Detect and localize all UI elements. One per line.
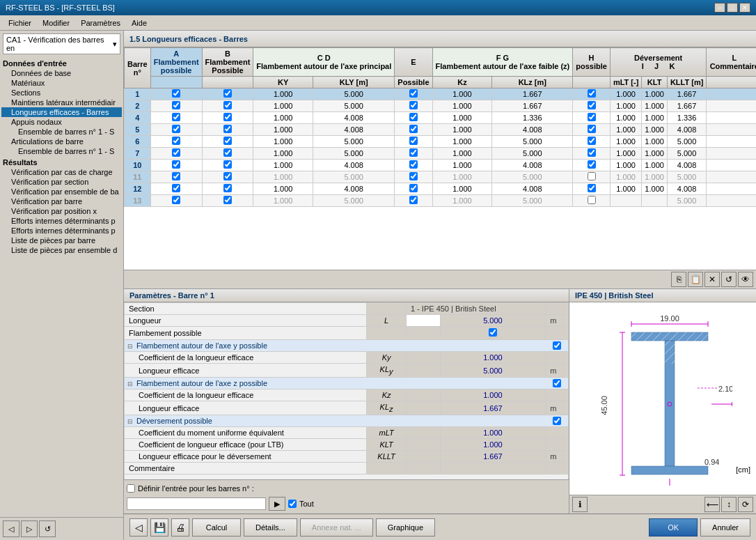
table-cell[interactable]	[150, 160, 202, 171]
table-cell[interactable]	[395, 136, 432, 148]
annexe-button[interactable]: Annexe nat. ...	[300, 518, 373, 537]
sidebar-item-appuis[interactable]: Appuis nodaux	[1, 117, 122, 127]
table-cell[interactable]	[202, 124, 253, 136]
menu-fichier[interactable]: Fichier	[3, 17, 37, 29]
sidebar-item-sections[interactable]: Sections	[1, 88, 122, 98]
table-cell[interactable]	[202, 160, 253, 171]
barres-input[interactable]	[127, 497, 266, 510]
table-cell[interactable]	[150, 124, 202, 136]
param-longEffY-value[interactable]: 5.000	[440, 364, 546, 378]
table-cell[interactable]	[395, 148, 432, 160]
table-cell[interactable]	[202, 100, 253, 112]
table-row[interactable]: 71.0005.0001.0005.0001.0001.0005.000	[125, 148, 757, 160]
param-coeffZ-value[interactable]: 1.000	[440, 389, 546, 401]
minimize-button[interactable]: –	[714, 3, 725, 13]
table-cell[interactable]	[395, 183, 432, 195]
menu-aide[interactable]: Aide	[126, 17, 152, 29]
cs-info-btn[interactable]: ℹ	[572, 497, 588, 512]
table-cell[interactable]	[573, 171, 611, 183]
table-cell[interactable]	[573, 112, 611, 124]
table-cell[interactable]	[395, 100, 432, 112]
table-cell[interactable]	[573, 88, 611, 100]
table-row[interactable]: 111.0005.0001.0005.0001.0001.0005.000	[125, 171, 757, 183]
table-row[interactable]: 41.0004.0081.0001.3361.0001.0001.336	[125, 112, 757, 124]
param-deversement-checkbox[interactable]	[553, 417, 561, 425]
sidebar-item-verif-position[interactable]: Vérification par position x	[1, 206, 122, 216]
cs-btn-1[interactable]: ⟵	[704, 497, 720, 512]
table-cell[interactable]	[150, 171, 202, 183]
table-cell[interactable]	[202, 183, 253, 195]
param-flamZ-checkbox[interactable]	[553, 379, 561, 387]
table-cell[interactable]	[395, 112, 432, 124]
table-row[interactable]: 21.0005.0001.0001.6671.0001.0001.667	[125, 100, 757, 112]
close-button[interactable]: ✕	[739, 3, 750, 13]
table-cell[interactable]	[573, 148, 611, 160]
table-row[interactable]: 61.0005.0001.0005.0001.0001.0005.000	[125, 136, 757, 148]
table-cell[interactable]	[573, 183, 611, 195]
calcul-button[interactable]: Calcul	[192, 518, 241, 537]
param-flamY-checkbox[interactable]	[553, 341, 561, 350]
sidebar-btn-3[interactable]: ↺	[39, 520, 56, 537]
table-cell[interactable]	[573, 160, 611, 171]
table-cell[interactable]	[150, 100, 202, 112]
cs-btn-2[interactable]: ↕	[721, 497, 737, 512]
toolbar-reset-btn[interactable]: ↺	[721, 272, 737, 287]
sidebar-item-verif-barre[interactable]: Vérification par barre	[1, 196, 122, 206]
table-row[interactable]: 101.0004.0081.0004.0081.0001.0004.008	[125, 160, 757, 171]
param-flambement-check[interactable]	[440, 327, 546, 340]
sidebar-item-materials[interactable]: Matériaux	[1, 78, 122, 88]
table-cell[interactable]	[395, 171, 432, 183]
table-cell[interactable]	[573, 195, 611, 207]
sidebar-item-efforts-1[interactable]: Efforts internes déterminants p	[1, 216, 122, 226]
table-cell[interactable]	[395, 124, 432, 136]
param-longueur-value[interactable]: 5.000	[440, 315, 546, 327]
sidebar-item-liste-barre[interactable]: Liste de pièces par barre	[1, 236, 122, 245]
table-cell[interactable]	[202, 171, 253, 183]
table-row[interactable]: 11.0005.0001.0001.6671.0001.0001.667	[125, 88, 757, 100]
menu-parametres[interactable]: Paramètres	[75, 17, 126, 29]
ok-button[interactable]: OK	[649, 518, 698, 537]
table-cell[interactable]	[573, 100, 611, 112]
sidebar-btn-1[interactable]: ◁	[3, 520, 19, 537]
table-cell[interactable]	[202, 195, 253, 207]
param-longDevLT-value[interactable]: 1.667	[440, 451, 546, 463]
sidebar-item-verif-ensemble[interactable]: Vérification par ensemble de ba	[1, 187, 122, 196]
table-cell[interactable]	[395, 195, 432, 207]
define-barres-checkbox[interactable]	[127, 484, 135, 493]
table-row[interactable]: 51.0004.0081.0004.0081.0001.0004.008	[125, 124, 757, 136]
menu-modifier[interactable]: Modifier	[37, 17, 75, 29]
table-cell[interactable]	[150, 88, 202, 100]
annuler-button[interactable]: Annuler	[700, 518, 750, 537]
param-longEffZ-value[interactable]: 1.667	[440, 401, 546, 415]
toolbar-copy-btn[interactable]: ⎘	[671, 272, 686, 287]
table-cell[interactable]	[150, 136, 202, 148]
cs-btn-3[interactable]: ⟳	[738, 497, 753, 512]
sidebar-item-longueurs[interactable]: Longueurs efficaces - Barres	[1, 107, 122, 117]
table-row[interactable]: 131.0005.0001.0005.0005.000	[125, 195, 757, 207]
param-commentaire-value[interactable]	[440, 463, 546, 475]
param-coeffMom-value[interactable]: 1.000	[440, 427, 546, 439]
param-coeffLongLT-value[interactable]: 1.000	[440, 439, 546, 451]
sidebar-item-verif-cas[interactable]: Vérification par cas de charge	[1, 167, 122, 177]
table-cell[interactable]	[573, 136, 611, 148]
toolbar-delete-btn[interactable]: ✕	[704, 272, 720, 287]
maximize-button[interactable]: □	[727, 3, 738, 13]
toolbar-view-btn[interactable]: 👁	[738, 272, 753, 287]
table-cell[interactable]	[202, 136, 253, 148]
sidebar-item-articulations[interactable]: Articulations de barre	[1, 137, 122, 146]
table-cell[interactable]	[150, 195, 202, 207]
toolbar-paste-btn[interactable]: 📋	[688, 272, 703, 287]
details-button[interactable]: Détails...	[244, 518, 297, 537]
param-section-value[interactable]: 1 - IPE 450 | British Steel	[406, 303, 545, 315]
tout-checkbox[interactable]	[288, 500, 297, 508]
sidebar-btn-2[interactable]: ▷	[21, 520, 38, 537]
sidebar-item-liste-ensemble[interactable]: Liste de pièces par ensemble d	[1, 245, 122, 255]
sidebar-item-base[interactable]: Données de base	[1, 68, 122, 78]
table-cell[interactable]	[202, 88, 253, 100]
sidebar-item-appuis-1[interactable]: Ensemble de barres n° 1 - S	[1, 127, 122, 137]
sidebar-item-efforts-2[interactable]: Efforts internes déterminants p	[1, 226, 122, 236]
table-cell[interactable]	[573, 124, 611, 136]
graphique-button[interactable]: Graphique	[376, 518, 435, 537]
param-flambement-checkbox[interactable]	[489, 328, 497, 337]
sidebar-item-artic-1[interactable]: Ensemble de barres n° 1 - S	[1, 146, 122, 156]
